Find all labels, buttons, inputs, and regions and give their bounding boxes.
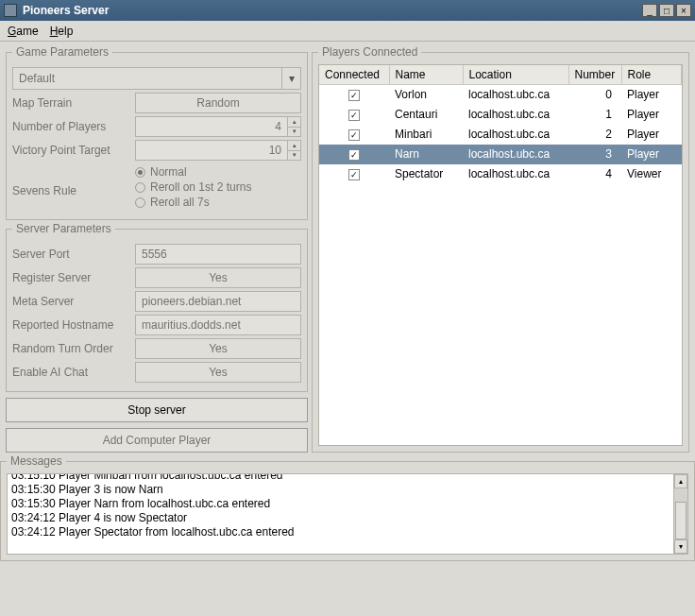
col-name[interactable]: Name — [389, 65, 463, 85]
menubar: Game Help — [0, 21, 695, 42]
spinner-down-icon[interactable]: ▾ — [288, 150, 301, 162]
connected-checkbox[interactable]: ✓ — [348, 169, 360, 180]
maximize-button[interactable]: □ — [659, 4, 674, 17]
ai-chat-label: Enable AI Chat — [12, 366, 135, 379]
meta-server-field[interactable]: pioneers.debian.net — [135, 291, 301, 312]
table-row[interactable]: ✓Spectatorlocalhost.ubc.ca4Viewer — [319, 164, 682, 184]
player-location: localhost.ubc.ca — [463, 105, 568, 125]
player-location: localhost.ubc.ca — [463, 164, 568, 184]
server-parameters-legend: Server Parameters — [12, 222, 115, 235]
player-location: localhost.ubc.ca — [463, 145, 568, 164]
messages-legend: Messages — [7, 454, 66, 468]
radio-selected-icon — [135, 167, 145, 178]
server-port-label: Server Port — [12, 248, 135, 261]
player-name: Minbari — [389, 125, 463, 145]
game-parameters-group: Game Parameters Default ▾ Map Terrain Ra… — [6, 45, 308, 220]
spinner-down-icon[interactable]: ▾ — [288, 127, 301, 138]
menu-game[interactable]: Game — [8, 25, 39, 38]
player-name: Vorlon — [389, 85, 463, 105]
player-number: 4 — [568, 164, 621, 184]
register-server-label: Register Server — [12, 271, 135, 284]
message-line: 03:15:30 Player Narn from localhost.ubc.… — [11, 497, 684, 511]
stop-server-button[interactable]: Stop server — [6, 398, 308, 422]
turn-order-button[interactable]: Yes — [135, 338, 301, 359]
player-name: Spectator — [389, 164, 463, 184]
player-number: 2 — [568, 125, 621, 145]
map-terrain-button[interactable]: Random — [135, 93, 301, 113]
players-connected-legend: Players Connected — [318, 45, 421, 59]
app-icon — [4, 4, 17, 17]
menu-help[interactable]: Help — [50, 25, 74, 38]
col-number[interactable]: Number — [568, 65, 621, 85]
table-row[interactable]: ✓Minbarilocalhost.ubc.ca2Player — [319, 125, 682, 145]
ai-chat-button[interactable]: Yes — [135, 362, 301, 383]
scroll-up-icon[interactable]: ▴ — [674, 474, 687, 488]
col-role[interactable]: Role — [621, 65, 682, 85]
titlebar[interactable]: Pioneers Server _ □ × — [0, 0, 695, 21]
hostname-label: Reported Hostname — [12, 318, 135, 332]
server-port-field[interactable]: 5556 — [135, 244, 301, 265]
table-row[interactable]: ✓Centaurilocalhost.ubc.ca1Player — [319, 105, 682, 125]
messages-group: Messages 03:15:10 Player Minbari from lo… — [0, 454, 695, 561]
vp-target-value: 10 — [135, 140, 288, 161]
num-players-value: 4 — [135, 116, 288, 137]
message-line: 03:15:10 Player Minbari from localhost.u… — [11, 473, 684, 483]
player-role: Player — [621, 105, 682, 125]
game-parameters-legend: Game Parameters — [12, 45, 112, 59]
register-server-button[interactable]: Yes — [135, 267, 301, 288]
spinner-up-icon[interactable]: ▴ — [288, 116, 301, 127]
map-terrain-label: Map Terrain — [12, 96, 135, 110]
window-title: Pioneers Server — [23, 4, 109, 17]
player-name: Narn — [389, 145, 463, 164]
sevens-normal-radio[interactable]: Normal — [135, 165, 301, 179]
message-line: 03:24:12 Player Spectator from localhost… — [11, 525, 684, 539]
scroll-thumb[interactable] — [675, 502, 687, 539]
player-role: Player — [621, 125, 682, 145]
connected-checkbox[interactable]: ✓ — [348, 90, 360, 101]
message-line: 03:24:12 Player 4 is now Spectator — [11, 511, 684, 525]
col-connected[interactable]: Connected — [319, 65, 389, 85]
connected-checkbox[interactable]: ✓ — [348, 129, 360, 141]
sevens-reroll-first2-radio[interactable]: Reroll on 1st 2 turns — [135, 180, 301, 194]
meta-server-label: Meta Server — [12, 295, 135, 308]
player-role: Player — [621, 145, 682, 164]
radio-icon — [135, 197, 145, 208]
vp-target-label: Victory Point Target — [12, 144, 135, 157]
chevron-down-icon: ▾ — [282, 67, 301, 90]
connected-checkbox[interactable]: ✓ — [348, 149, 360, 161]
turn-order-label: Random Turn Order — [12, 342, 135, 355]
sevens-reroll-all-radio[interactable]: Reroll all 7s — [135, 196, 301, 209]
player-role: Viewer — [621, 164, 682, 184]
radio-icon — [135, 182, 145, 193]
player-role: Player — [621, 85, 682, 105]
messages-scrollbar[interactable]: ▴ ▾ — [673, 474, 687, 554]
add-computer-player-button[interactable]: Add Computer Player — [6, 428, 308, 453]
sevens-rule-label: Sevens Rule — [12, 184, 135, 197]
close-button[interactable]: × — [676, 4, 691, 17]
num-players-spinner[interactable]: 4 ▴▾ — [135, 116, 301, 137]
preset-value: Default — [12, 67, 282, 90]
table-row[interactable]: ✓Narnlocalhost.ubc.ca3Player — [319, 145, 682, 164]
players-table: Connected Name Location Number Role ✓Vor… — [319, 65, 682, 184]
message-line: 03:15:30 Player 3 is now Narn — [11, 483, 684, 497]
player-location: localhost.ubc.ca — [463, 125, 568, 145]
hostname-field[interactable]: mauritius.dodds.net — [135, 315, 301, 335]
player-number: 1 — [568, 105, 621, 125]
minimize-button[interactable]: _ — [642, 4, 657, 17]
player-number: 3 — [568, 145, 621, 164]
messages-area[interactable]: 03:15:10 Player Minbari from localhost.u… — [7, 473, 688, 555]
player-number: 0 — [568, 85, 621, 105]
spinner-up-icon[interactable]: ▴ — [288, 140, 301, 150]
player-name: Centauri — [389, 105, 463, 125]
connected-checkbox[interactable]: ✓ — [348, 110, 360, 121]
players-connected-group: Players Connected Connected Name Locatio… — [312, 45, 689, 453]
num-players-label: Number of Players — [12, 120, 135, 133]
player-location: localhost.ubc.ca — [463, 85, 568, 105]
vp-target-spinner[interactable]: 10 ▴▾ — [135, 140, 301, 161]
table-row[interactable]: ✓Vorlonlocalhost.ubc.ca0Player — [319, 85, 682, 105]
scroll-down-icon[interactable]: ▾ — [674, 539, 687, 554]
server-parameters-group: Server Parameters Server Port5556 Regist… — [6, 222, 308, 392]
preset-combo[interactable]: Default ▾ — [12, 67, 301, 90]
col-location[interactable]: Location — [463, 65, 568, 85]
